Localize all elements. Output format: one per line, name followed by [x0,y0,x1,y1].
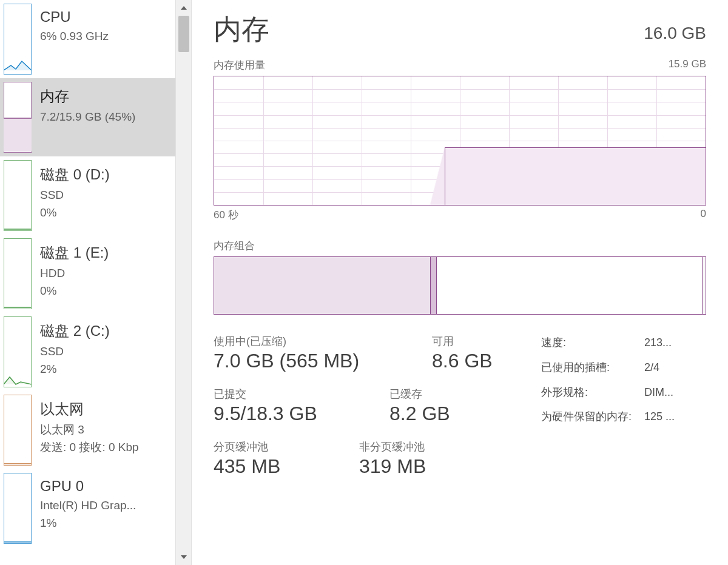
sidebar-item-sub: SSD [40,343,171,361]
svg-rect-2 [4,118,32,152]
composition-segment-2 [437,257,703,314]
scrollbar[interactable] [175,0,191,565]
sidebar-item-3[interactable]: 磁盘 1 (E:)HDD0% [0,235,176,313]
sidebar-item-sub2: 0% [40,204,171,222]
sidebar-item-title: 以太网 [40,400,171,419]
scroll-thumb[interactable] [178,16,189,52]
mini-chart-icon [0,78,32,156]
mini-chart-icon [0,313,32,391]
main-panel: 内存 16.0 GB 内存使用量 15.9 GB 60 秒 0 内存组合 使用中… [192,0,728,565]
speed-k: 速度: [541,334,644,352]
svg-rect-5 [4,316,32,387]
sidebar-item-sub: Intel(R) HD Grap... [40,497,171,515]
memory-total: 16.0 GB [644,24,706,43]
paged-value: 435 MB [214,455,335,478]
sidebar-item-sub: SSD [40,187,171,204]
reserved-v: 125 ... [644,408,706,426]
nonpaged-label: 非分页缓冲池 [359,440,426,454]
nonpaged-value: 319 MB [359,455,426,478]
usage-chart [214,76,706,206]
form-k: 外形规格: [541,384,644,401]
svg-rect-3 [4,160,32,231]
scroll-up-icon[interactable] [176,0,192,16]
sidebar-item-0[interactable]: CPU6% 0.93 GHz [0,0,176,78]
sidebar-item-sub: 6% 0.93 GHz [40,28,171,45]
composition-chart [214,256,706,315]
sidebar-item-2[interactable]: 磁盘 0 (D:)SSD0% [0,156,176,235]
mini-chart-icon [0,156,32,235]
stats: 使用中(已压缩) 7.0 GB (565 MB) 可用 8.6 GB 已提交 9… [214,334,706,492]
sidebar-item-sub2: 2% [40,361,171,378]
svg-rect-7 [4,473,32,544]
slots-k: 已使用的插槽: [541,359,644,376]
composition-segment-3 [703,257,706,314]
committed-value: 9.5/18.3 GB [214,403,365,425]
mini-chart-icon [0,469,32,547]
avail-label: 可用 [432,334,493,349]
usage-chart-label: 内存使用量 [214,58,265,72]
paged-label: 分页缓冲池 [214,440,335,454]
inuse-label: 使用中(已压缩) [214,334,408,349]
scroll-down-icon[interactable] [176,549,192,565]
form-v: DIM... [644,384,706,401]
mini-chart-icon [0,235,32,313]
avail-value: 8.6 GB [432,350,493,372]
composition-segment-0 [214,257,431,314]
scroll-track[interactable] [176,16,191,549]
sidebar-item-sub: 7.2/15.9 GB (45%) [40,109,171,126]
sidebar-item-title: 磁盘 0 (D:) [40,165,171,184]
usage-chart-max: 15.9 GB [669,58,706,72]
inuse-value: 7.0 GB (565 MB) [214,350,408,372]
sidebar-item-5[interactable]: 以太网以太网 3发送: 0 接收: 0 Kbp [0,391,176,469]
sidebar-item-1[interactable]: 内存7.2/15.9 GB (45%) [0,78,176,156]
sidebar-item-sub2: 1% [40,515,171,532]
svg-rect-0 [4,4,32,75]
mini-chart-icon [0,0,32,78]
axis-left: 60 秒 [214,208,238,222]
sidebar-item-sub2: 0% [40,282,171,300]
svg-rect-6 [4,395,32,466]
sidebar-item-title: 磁盘 2 (C:) [40,321,171,341]
cached-label: 已缓存 [389,387,450,401]
cached-value: 8.2 GB [389,403,450,425]
sidebar-item-sub: 以太网 3 [40,421,171,439]
axis-right: 0 [701,208,706,222]
sidebar-item-title: GPU 0 [40,478,171,495]
composition-label: 内存组合 [214,239,255,253]
committed-label: 已提交 [214,387,365,401]
sidebar-item-6[interactable]: GPU 0Intel(R) HD Grap...1% [0,469,176,547]
sidebar-item-title: 内存 [40,87,171,106]
sidebar-item-sub: HDD [40,265,171,282]
sidebar-item-sub2: 发送: 0 接收: 0 Kbp [40,439,171,456]
svg-rect-4 [4,238,32,309]
slots-v: 2/4 [644,359,706,376]
sidebar-item-title: CPU [40,8,171,25]
sidebar-item-4[interactable]: 磁盘 2 (C:)SSD2% [0,313,176,391]
sidebar-item-title: 磁盘 1 (E:) [40,243,171,262]
sidebar: CPU6% 0.93 GHz内存7.2/15.9 GB (45%)磁盘 0 (D… [0,0,192,565]
reserved-k: 为硬件保留的内存: [541,408,644,426]
composition-segment-1 [431,257,437,314]
page-title: 内存 [214,11,269,48]
mini-chart-icon [0,391,32,469]
speed-v: 213... [644,334,706,352]
